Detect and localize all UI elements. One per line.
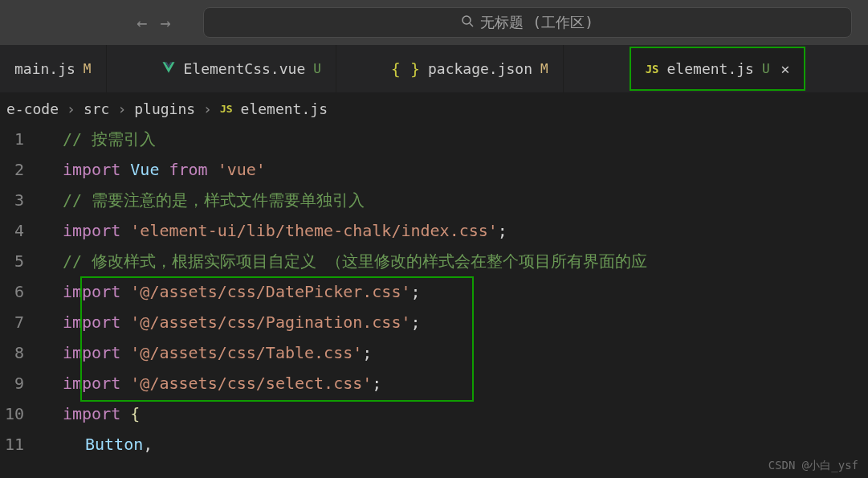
token-string: '@/assets/css/Table.css'	[130, 343, 362, 362]
line-number: 6	[0, 276, 24, 307]
tab-main-js[interactable]: main.js M	[0, 45, 107, 92]
code-line[interactable]: // 按需引入	[40, 124, 868, 154]
tab-label: package.json	[428, 60, 532, 77]
line-number: 5	[0, 246, 24, 276]
tab-label: main.js	[14, 60, 75, 77]
token-keyword: import	[63, 160, 120, 179]
token-plain	[208, 160, 218, 179]
token-string: '@/assets/css/Pagination.css'	[130, 313, 410, 332]
token-comment: // 修改样式，根据实际项目自定义 （这里修改的样式会在整个项目所有界面的应	[63, 251, 647, 271]
code-line[interactable]: // 修改样式，根据实际项目自定义 （这里修改的样式会在整个项目所有界面的应	[40, 246, 868, 276]
line-number: 10	[0, 398, 24, 429]
code-area[interactable]: // 按需引入import Vue from 'vue'// 需要注意的是，样式…	[40, 124, 868, 460]
token-plain	[120, 374, 130, 393]
line-number: 2	[0, 154, 24, 185]
token-punct: ;	[498, 221, 507, 240]
tabs-bar: main.js M ElementCss.vue U { } package.j…	[0, 45, 868, 93]
token-keyword: import	[63, 282, 120, 301]
js-icon: JS	[646, 63, 659, 76]
tab-status: U	[762, 61, 770, 76]
token-punct: ;	[411, 282, 421, 301]
line-number: 7	[0, 307, 24, 337]
tab-label: element.js	[667, 60, 754, 77]
tab-elementcss-vue[interactable]: ElementCss.vue U	[147, 45, 336, 92]
tab-gap	[107, 45, 147, 92]
token-punct: ;	[372, 374, 381, 393]
tab-gap	[564, 45, 628, 92]
nav-arrows: ← →	[137, 13, 171, 33]
chevron-right-icon: ›	[203, 100, 212, 117]
token-keyword: import	[63, 313, 120, 332]
token-string: '@/assets/css/select.css'	[130, 374, 372, 393]
code-line[interactable]: // 需要注意的是，样式文件需要单独引入	[40, 185, 868, 215]
breadcrumb-part[interactable]: e-code	[6, 100, 59, 117]
token-string: 'vue'	[218, 160, 266, 179]
token-string: 'element-ui/lib/theme-chalk/index.css'	[130, 221, 498, 240]
watermark: CSDN @小白_ysf	[768, 459, 858, 473]
tab-status: U	[313, 61, 321, 76]
breadcrumb-part[interactable]: src	[84, 100, 110, 117]
code-line[interactable]: import '@/assets/css/select.css';	[40, 368, 868, 398]
token-var: Vue	[130, 160, 159, 179]
code-line[interactable]: import Vue from 'vue'	[40, 154, 868, 185]
code-line[interactable]: import '@/assets/css/Table.css';	[40, 337, 868, 368]
chevron-right-icon: ›	[67, 100, 75, 117]
line-number: 1	[0, 124, 24, 154]
code-line[interactable]: import {	[40, 398, 868, 429]
title-bar: ← → 无标题 (工作区)	[0, 0, 868, 45]
forward-arrow-icon[interactable]: →	[160, 13, 170, 33]
back-arrow-icon[interactable]: ←	[137, 13, 147, 33]
token-keyword: import	[63, 374, 120, 393]
token-punct: ,	[143, 435, 153, 454]
tab-label: ElementCss.vue	[184, 60, 306, 77]
line-number: 11	[0, 429, 24, 460]
code-line[interactable]: import '@/assets/css/Pagination.css';	[40, 307, 868, 337]
token-punct: ;	[362, 343, 372, 362]
json-icon: { }	[391, 59, 420, 79]
token-plain	[120, 313, 130, 332]
token-string: '@/assets/css/DatePicker.css'	[130, 282, 410, 301]
line-number: 3	[0, 185, 24, 215]
token-keyword: from	[169, 160, 207, 179]
line-gutter: 1234567891011	[0, 124, 40, 460]
token-var: Button	[85, 435, 143, 454]
code-line[interactable]: import '@/assets/css/DatePicker.css';	[40, 276, 868, 307]
token-plain	[159, 160, 169, 179]
tab-status: M	[540, 61, 548, 76]
tab-element-js[interactable]: JS element.js U ✕	[630, 47, 806, 91]
breadcrumb-file[interactable]: element.js	[241, 100, 328, 117]
line-number: 8	[0, 337, 24, 368]
token-comment: // 按需引入	[63, 129, 156, 149]
chevron-right-icon: ›	[117, 100, 126, 117]
tab-status: M	[84, 61, 92, 76]
token-plain	[120, 221, 130, 240]
line-number: 4	[0, 215, 24, 246]
token-punct: ;	[411, 313, 421, 332]
token-plain	[120, 343, 130, 362]
code-line[interactable]: import 'element-ui/lib/theme-chalk/index…	[40, 215, 868, 246]
search-text: 无标题 (工作区)	[480, 13, 593, 32]
search-icon	[461, 14, 474, 31]
token-plain	[120, 404, 130, 423]
token-plain	[120, 160, 130, 179]
line-number: 9	[0, 368, 24, 398]
breadcrumb: e-code › src › plugins › JS element.js	[0, 93, 868, 124]
svg-line-1	[470, 23, 473, 27]
breadcrumb-part[interactable]: plugins	[134, 100, 195, 117]
svg-point-0	[463, 16, 471, 24]
token-keyword: import	[63, 221, 120, 240]
vue-icon	[161, 60, 176, 78]
editor[interactable]: 1234567891011 // 按需引入import Vue from 'vu…	[0, 124, 868, 460]
js-icon: JS	[220, 103, 233, 115]
token-plain	[120, 282, 130, 301]
token-keyword: import	[63, 343, 120, 362]
code-line[interactable]: Button,	[40, 429, 868, 460]
search-box[interactable]: 无标题 (工作区)	[203, 7, 853, 38]
token-brace: {	[130, 404, 140, 423]
token-keyword: import	[63, 404, 120, 423]
tab-package-json[interactable]: { } package.json M	[377, 45, 564, 92]
close-icon[interactable]: ✕	[781, 60, 790, 77]
tab-gap	[336, 45, 377, 92]
token-comment: // 需要注意的是，样式文件需要单独引入	[63, 190, 365, 210]
